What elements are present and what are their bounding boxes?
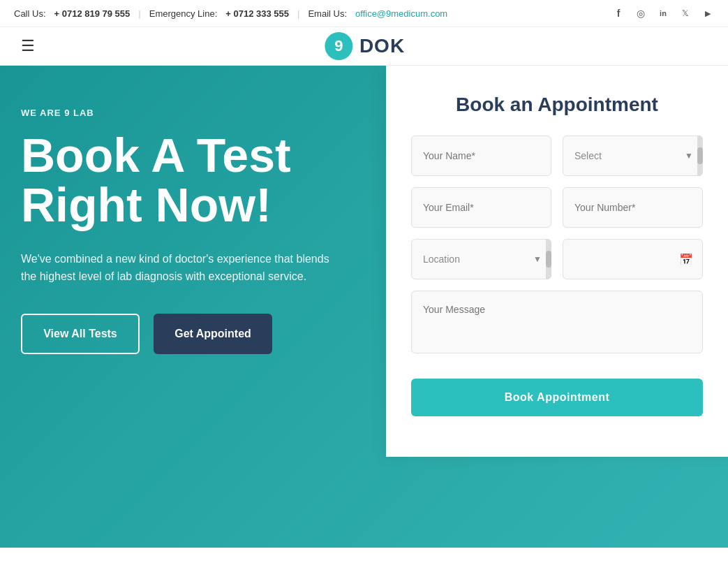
location-scrollbar-thumb bbox=[546, 251, 551, 267]
get-appointed-button[interactable]: Get Appointed bbox=[154, 314, 272, 354]
separator-2: | bbox=[297, 8, 299, 19]
hero-title-line1: Book A Test bbox=[21, 129, 291, 182]
scrollbar bbox=[697, 136, 703, 176]
emergency-number: + 0712 333 555 bbox=[225, 8, 289, 19]
name-field bbox=[411, 136, 551, 176]
logo-link[interactable]: 9 DOK bbox=[323, 31, 405, 61]
hero-section: WE ARE 9 LAB Book A Test Right Now! We'v… bbox=[0, 66, 728, 548]
scrollbar-thumb bbox=[697, 147, 703, 163]
location-scrollbar bbox=[546, 239, 551, 279]
submit-button[interactable]: Book Appointment bbox=[411, 379, 703, 416]
form-row-2 bbox=[411, 187, 703, 228]
message-textarea[interactable] bbox=[411, 291, 703, 353]
contact-info: Call Us: + 0712 819 79 555 | Emergency L… bbox=[14, 8, 612, 19]
emergency-label: Emergency Line: bbox=[149, 8, 218, 19]
hero-title: Book A Test Right Now! bbox=[21, 131, 339, 231]
date-input[interactable]: 20/04/2019 bbox=[563, 239, 703, 279]
location-field: Location ▼ bbox=[411, 239, 551, 279]
appointment-title: Book an Appointment bbox=[411, 94, 703, 116]
hero-tag: WE ARE 9 LAB bbox=[21, 108, 339, 118]
separator-1: | bbox=[138, 8, 140, 19]
logo-text: DOK bbox=[359, 35, 405, 57]
youtube-icon[interactable] bbox=[701, 7, 714, 20]
phone-input[interactable] bbox=[563, 187, 703, 228]
call-label: Call Us: bbox=[14, 8, 46, 19]
select-field: Select ▼ bbox=[563, 136, 703, 176]
logo-icon: 9 bbox=[323, 31, 354, 61]
linkedin-icon[interactable] bbox=[657, 7, 669, 20]
appointment-card: Book an Appointment Select ▼ bbox=[386, 66, 728, 457]
call-number: + 0712 819 79 555 bbox=[54, 8, 131, 19]
hero-content: WE ARE 9 LAB Book A Test Right Now! We'v… bbox=[0, 66, 366, 382]
form-row-3: Location ▼ 20/04/2019 📅 bbox=[411, 239, 703, 279]
hero-buttons: View All Tests Get Appointed bbox=[21, 314, 339, 354]
instagram-icon[interactable] bbox=[634, 7, 647, 20]
twitter-icon[interactable] bbox=[679, 7, 692, 20]
form-row-1: Select ▼ bbox=[411, 136, 703, 176]
form-row-4 bbox=[411, 291, 703, 356]
location-dropdown[interactable]: Location bbox=[411, 239, 551, 279]
hero-title-line2: Right Now! bbox=[21, 178, 272, 231]
email-field bbox=[411, 187, 551, 228]
message-field bbox=[411, 291, 703, 356]
email-link[interactable]: office@9medicum.com bbox=[355, 8, 447, 19]
facebook-icon[interactable] bbox=[612, 7, 625, 20]
hamburger-menu[interactable]: ☰ bbox=[21, 37, 35, 55]
social-icons bbox=[612, 7, 714, 20]
number-field bbox=[563, 187, 703, 228]
top-bar: Call Us: + 0712 819 79 555 | Emergency L… bbox=[0, 0, 728, 27]
name-input[interactable] bbox=[411, 136, 551, 176]
hero-description: We've combined a new kind of doctor's ex… bbox=[21, 250, 339, 286]
select-dropdown[interactable]: Select bbox=[563, 136, 703, 176]
navbar: ☰ 9 DOK bbox=[0, 27, 728, 66]
svg-text:9: 9 bbox=[334, 37, 343, 54]
email-input[interactable] bbox=[411, 187, 551, 228]
date-field: 20/04/2019 📅 bbox=[563, 239, 703, 279]
email-label: Email Us: bbox=[308, 8, 347, 19]
view-all-tests-button[interactable]: View All Tests bbox=[21, 314, 140, 354]
